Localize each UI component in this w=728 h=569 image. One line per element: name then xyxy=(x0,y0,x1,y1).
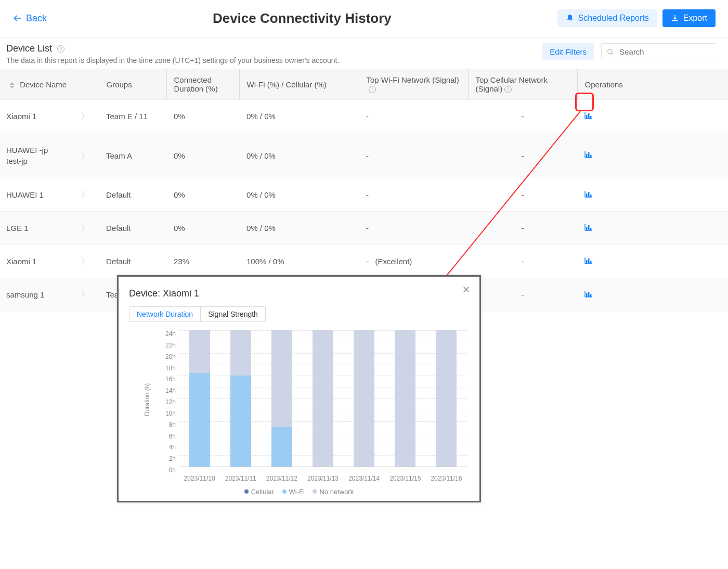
chevron-right-icon[interactable]: 〉 xyxy=(81,290,94,300)
bar-segment xyxy=(189,330,210,373)
y-tick-label: 18h xyxy=(160,365,176,372)
cell-groups: Team A xyxy=(99,133,166,178)
cell-top-wifi: - xyxy=(359,100,468,133)
cell-top-cellular: - xyxy=(468,245,577,278)
cell-connected: 0% xyxy=(166,100,239,133)
device-name: HUAWEI -jptest-jp xyxy=(6,145,48,166)
cell-top-cellular: - xyxy=(468,278,577,312)
y-tick-label: 12h xyxy=(160,398,176,406)
x-tick-label: 2023/11/13 xyxy=(307,475,339,482)
svg-rect-12 xyxy=(590,228,592,230)
cell-connected: 23% xyxy=(166,245,239,278)
bar-segment xyxy=(313,330,333,467)
chart-icon-button[interactable] xyxy=(584,290,593,299)
y-tick-label: 22h xyxy=(160,342,176,349)
cell-connected: 0% xyxy=(166,178,239,212)
svg-rect-17 xyxy=(588,292,590,297)
modal-title: Device: Xiaomi 1 xyxy=(129,288,469,299)
svg-rect-4 xyxy=(586,154,588,158)
col-device[interactable]: Device Name xyxy=(0,69,99,100)
search-input[interactable] xyxy=(618,47,710,57)
y-tick-label: 20h xyxy=(160,353,176,360)
chevron-right-icon[interactable]: 〉 xyxy=(81,111,94,121)
device-name: HUAWEI 1 xyxy=(6,190,44,199)
x-tick-label: 2023/11/14 xyxy=(348,475,380,482)
col-top-cellular[interactable]: Top Cellular Network (Signal)i xyxy=(468,69,577,100)
chart-icon-button[interactable] xyxy=(584,151,593,160)
close-icon[interactable]: ✕ xyxy=(462,284,470,295)
cell-wifi-cellular: 0% / 0% xyxy=(239,212,359,245)
x-tick-label: 2023/11/15 xyxy=(389,475,421,482)
tab-signal-strength[interactable]: Signal Strength xyxy=(200,307,265,321)
chevron-right-icon[interactable]: 〉 xyxy=(81,256,94,266)
cell-groups: Default xyxy=(99,245,166,278)
chevron-right-icon[interactable]: 〉 xyxy=(81,151,94,161)
bar-segment xyxy=(230,376,251,467)
info-icon[interactable]: i xyxy=(369,86,376,93)
chart-icon-button[interactable] xyxy=(584,190,593,199)
cell-connected: 0% xyxy=(166,133,239,178)
device-name: Xiaomi 1 xyxy=(6,112,36,121)
chevron-right-icon[interactable]: 〉 xyxy=(81,223,94,233)
y-tick-label: 24h xyxy=(160,330,176,338)
table-row: LGE 1 〉 Default 0% 0% / 0% - - xyxy=(0,212,728,245)
info-icon[interactable]: i xyxy=(504,86,512,93)
table-row: Xiaomi 1 〉 Team E / 11 0% 0% / 0% - - xyxy=(0,100,728,133)
device-name: Xiaomi 1 xyxy=(6,257,36,266)
bar-segment xyxy=(189,373,210,467)
arrow-left-icon xyxy=(12,13,23,23)
cell-top-wifi: - xyxy=(359,178,468,212)
scheduled-reports-button[interactable]: Scheduled Reports xyxy=(557,9,657,27)
chart-icon-button[interactable] xyxy=(584,112,593,121)
svg-rect-14 xyxy=(588,258,590,264)
bar-segment xyxy=(271,330,292,427)
col-connected[interactable]: Connected Duration (%) xyxy=(166,69,239,100)
cell-top-wifi: - xyxy=(359,212,468,245)
y-tick-label: 6h xyxy=(160,433,176,440)
table-row: Xiaomi 1 〉 Default 23% 100% / 0% - (Exce… xyxy=(0,245,728,278)
chevron-right-icon[interactable]: 〉 xyxy=(81,190,94,200)
cell-top-cellular: - xyxy=(468,133,577,178)
svg-rect-1 xyxy=(586,115,588,119)
cell-top-cellular: - xyxy=(468,212,577,245)
back-button[interactable]: Back xyxy=(12,13,47,24)
bar-segment xyxy=(395,330,415,467)
cell-top-cellular: - xyxy=(468,178,577,212)
svg-rect-8 xyxy=(588,192,590,197)
cell-wifi-cellular: 0% / 0% xyxy=(239,178,359,212)
svg-rect-5 xyxy=(588,152,590,158)
svg-rect-3 xyxy=(590,116,592,119)
edit-filters-button[interactable]: Edit Filters xyxy=(542,43,594,60)
section-subtitle: The data in this report is displayed in … xyxy=(6,56,339,64)
page-title: Device Connectivity History xyxy=(213,10,392,27)
search-box[interactable] xyxy=(601,43,716,60)
svg-point-0 xyxy=(608,49,612,53)
cell-groups: Team E / 11 xyxy=(99,100,166,133)
cell-groups: Default xyxy=(99,212,166,245)
export-button[interactable]: Export xyxy=(662,9,716,27)
svg-rect-10 xyxy=(586,227,588,230)
col-wifi-cellular[interactable]: Wi-Fi (%) / Cellular (%) xyxy=(239,69,359,100)
section-title: Device List xyxy=(6,43,52,54)
cell-top-wifi: - xyxy=(359,133,468,178)
col-groups[interactable]: Groups xyxy=(99,69,166,100)
bell-icon xyxy=(566,14,574,22)
tab-network-duration[interactable]: Network Duration xyxy=(129,307,200,321)
x-tick-label: 2023/11/11 xyxy=(225,475,256,482)
info-icon[interactable]: ? xyxy=(57,45,64,53)
chart-icon-button[interactable] xyxy=(584,257,593,266)
sort-icon xyxy=(9,82,15,88)
duration-chart: Duration (h) 0h2h4h6h8h10h12h14h16h18h20… xyxy=(134,330,467,482)
y-tick-label: 4h xyxy=(160,444,176,451)
x-tick-label: 2023/11/12 xyxy=(266,475,297,482)
chart-icon-button[interactable] xyxy=(584,224,593,232)
x-tick-label: 2023/11/16 xyxy=(431,475,462,482)
svg-rect-2 xyxy=(588,113,590,119)
bar-segment xyxy=(436,330,457,467)
col-top-wifi[interactable]: Top Wi-Fi Network (Signal)i xyxy=(359,69,468,100)
bar-segment xyxy=(230,330,251,376)
col-operations: Operations xyxy=(577,69,728,100)
svg-rect-7 xyxy=(586,193,588,197)
svg-rect-13 xyxy=(586,260,588,264)
y-tick-label: 0h xyxy=(160,467,176,474)
